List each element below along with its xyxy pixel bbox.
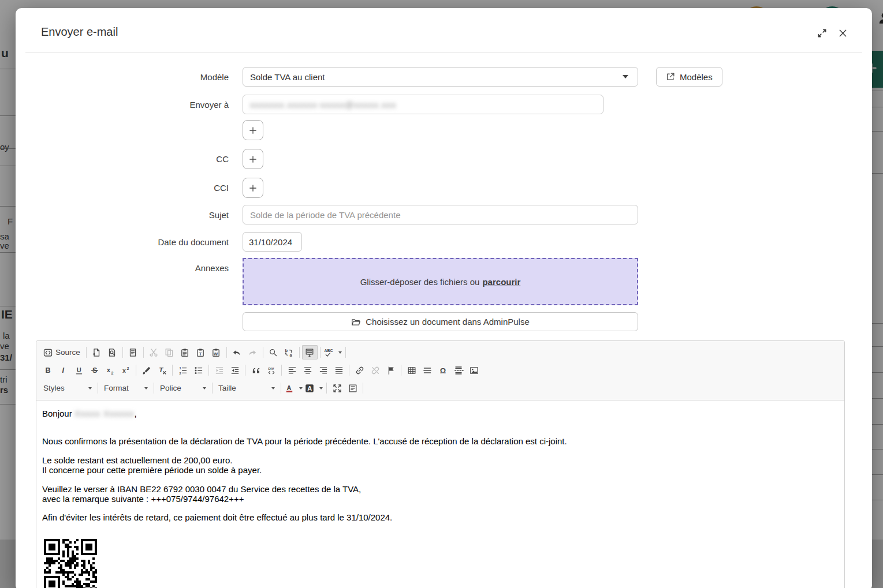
new-page-button[interactable] xyxy=(89,345,105,359)
image-button[interactable] xyxy=(466,363,482,377)
align-center-icon xyxy=(303,366,312,375)
add-cci-button[interactable] xyxy=(243,178,263,198)
toolbar-separator xyxy=(349,365,349,376)
maximize-button[interactable] xyxy=(329,381,345,395)
chevron-down-icon xyxy=(299,387,303,389)
table-button[interactable] xyxy=(404,363,419,377)
close-modal-button[interactable] xyxy=(836,27,849,39)
align-right-button[interactable] xyxy=(315,363,331,377)
cci-label: CCI xyxy=(25,183,243,193)
svg-text:ABC: ABC xyxy=(324,349,333,353)
link-icon xyxy=(355,366,364,375)
align-center-button[interactable] xyxy=(300,363,315,377)
paste-icon xyxy=(180,348,189,357)
format-combo[interactable]: Format xyxy=(100,381,151,395)
file-dropzone[interactable]: Glisser-déposer des fichiers ou parcouri… xyxy=(243,258,638,305)
blockquote-button[interactable] xyxy=(248,363,263,377)
taille-combo[interactable]: Taille xyxy=(215,381,278,395)
toolbar-separator xyxy=(154,383,154,394)
templates-button[interactable] xyxy=(125,345,141,359)
model-select[interactable]: Solde TVA au client xyxy=(243,67,638,87)
italic-button[interactable]: I xyxy=(55,363,71,377)
editor-body[interactable]: Bonjour Xxxxx Xxxxxx, Nous confirmons la… xyxy=(36,400,844,588)
document-date-input[interactable] xyxy=(243,232,302,252)
select-all-button[interactable] xyxy=(302,345,318,359)
add-recipient-button[interactable] xyxy=(243,120,263,140)
horizontal-rule-button[interactable] xyxy=(419,363,435,377)
link-button[interactable] xyxy=(352,363,367,377)
toolbar-separator xyxy=(226,347,227,358)
preview-button[interactable] xyxy=(105,345,120,359)
send-to-input[interactable]: xxxxxxx.xxxxxx-xxxxx@xxxxx.xxx xyxy=(243,95,603,114)
toolbar-separator xyxy=(86,347,87,358)
paste-button[interactable] xyxy=(177,345,193,359)
toolbar-separator xyxy=(299,347,300,358)
expand-modal-button[interactable] xyxy=(815,27,828,39)
special-char-button[interactable]: Ω xyxy=(435,363,450,377)
align-left-button[interactable] xyxy=(284,363,300,377)
external-link-icon xyxy=(666,72,675,81)
find-button[interactable] xyxy=(266,345,281,359)
show-blocks-icon xyxy=(348,384,357,393)
new-page-icon xyxy=(92,348,101,357)
svg-text:U: U xyxy=(76,366,81,373)
folder-open-icon xyxy=(351,317,360,327)
underline-icon: U xyxy=(74,366,84,375)
justify-icon xyxy=(334,366,344,375)
bulleted-list-button[interactable] xyxy=(191,363,206,377)
replace-button[interactable]: ba xyxy=(281,345,297,359)
templates-icon xyxy=(128,348,137,357)
justify-button[interactable] xyxy=(331,363,347,377)
numbered-list-button[interactable]: 12 xyxy=(175,363,191,377)
paste-word-button[interactable]: W xyxy=(208,345,224,359)
page-break-button[interactable] xyxy=(450,363,466,377)
chevron-down-icon xyxy=(271,387,275,389)
copy-formatting-button[interactable] xyxy=(139,363,154,377)
indent-button[interactable] xyxy=(227,363,243,377)
source-button[interactable]: Source xyxy=(40,345,84,359)
div-container-button[interactable]: DIV xyxy=(263,363,279,377)
strikethrough-button[interactable]: S xyxy=(87,363,102,377)
toolbar-separator xyxy=(281,365,282,376)
background-color-button[interactable]: A xyxy=(304,381,324,395)
email-form: Modèle Solde TVA au client Modèles Envoy… xyxy=(16,67,872,331)
redacted-email-value: xxxxxxx.xxxxxx-xxxxx@xxxxx.xxx xyxy=(250,100,397,110)
undo-button[interactable] xyxy=(229,345,245,359)
underline-button[interactable]: U xyxy=(71,363,87,377)
bold-button[interactable]: B xyxy=(40,363,55,377)
templates-button[interactable]: Modèles xyxy=(656,67,722,87)
spell-check-button[interactable]: ABC xyxy=(323,345,343,359)
greeting-line: Bonjour Xxxxx Xxxxxx, xyxy=(42,409,839,418)
background-color-icon: A xyxy=(305,384,314,393)
toolbar-separator xyxy=(245,365,245,376)
cut-button xyxy=(146,345,162,359)
subscript-icon: x2 xyxy=(106,366,115,375)
svg-text:B: B xyxy=(45,366,50,374)
add-cc-button[interactable] xyxy=(243,149,263,169)
subject-input[interactable] xyxy=(243,205,638,224)
div-container-icon: DIV xyxy=(267,366,276,375)
strikethrough-icon: S xyxy=(90,366,99,375)
browse-link[interactable]: parcourir xyxy=(482,277,520,287)
remove-format-button[interactable]: T xyxy=(154,363,170,377)
superscript-button[interactable]: x2 xyxy=(118,363,133,377)
text-color-button[interactable]: A xyxy=(284,381,304,395)
subscript-button[interactable]: x2 xyxy=(102,363,118,377)
blockquote-icon xyxy=(251,366,260,375)
choose-adminpulse-document-button[interactable]: Choisissez un document dans AdminPulse xyxy=(243,312,638,331)
anchor-button[interactable] xyxy=(383,363,398,377)
svg-text:A: A xyxy=(287,384,292,391)
subject-label: Sujet xyxy=(25,210,243,220)
toolbar-separator xyxy=(263,347,263,358)
select-all-icon xyxy=(305,348,314,357)
source-icon xyxy=(43,348,53,357)
police-combo[interactable]: Police xyxy=(157,381,210,395)
styles-combo[interactable]: Styles xyxy=(40,381,95,395)
model-select-value: Solde TVA au client xyxy=(250,72,325,82)
image-icon xyxy=(470,366,479,375)
show-blocks-button[interactable] xyxy=(345,381,360,395)
outdent-icon xyxy=(215,366,224,375)
plus-icon xyxy=(248,183,258,193)
paste-text-button[interactable]: T xyxy=(193,345,208,359)
superscript-icon: x2 xyxy=(121,366,131,375)
